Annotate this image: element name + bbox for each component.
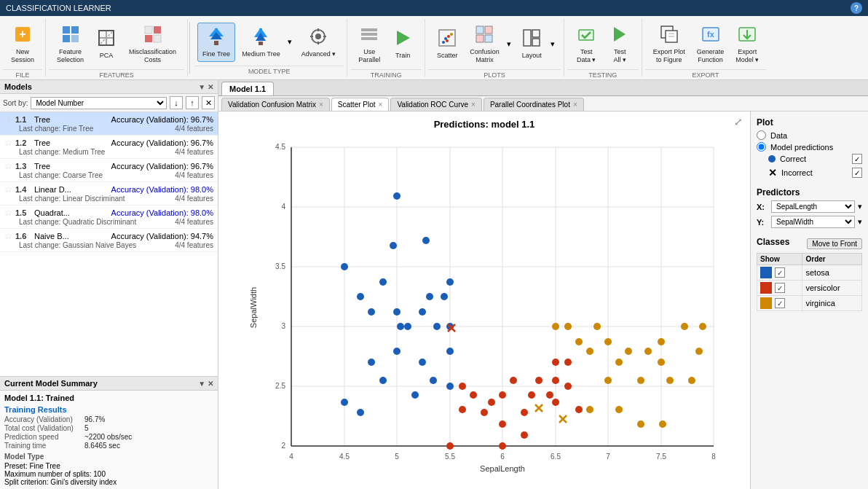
model-item-1-3[interactable]: ☆ 1.3 Tree Accuracy (Validation): 96.7% … bbox=[0, 159, 218, 182]
export-model-button[interactable]: ExportModel ▾ bbox=[730, 20, 763, 68]
svg-point-145 bbox=[658, 359, 665, 366]
medium-tree-button[interactable]: Medium Tree bbox=[237, 23, 285, 62]
svg-rect-28 bbox=[361, 28, 377, 31]
model-item-1-2[interactable]: ☆ 1.2 Tree Accuracy (Validation): 96.7% … bbox=[0, 136, 218, 159]
sort-asc-btn[interactable]: ↑ bbox=[186, 96, 199, 109]
left-sidebar: Models ▼ ✕ Sort by: Model Number Accurac… bbox=[0, 80, 218, 489]
misclassification-costs-button[interactable]: MisclassificationCosts bbox=[124, 20, 181, 68]
svg-text:fx: fx bbox=[707, 30, 715, 39]
medium-tree-dropdown[interactable]: ▾ bbox=[285, 23, 295, 62]
use-parallel-button[interactable]: UseParallel bbox=[353, 20, 385, 68]
svg-point-118 bbox=[499, 420, 506, 428]
help-icon[interactable]: ? bbox=[851, 2, 862, 14]
tab-parallel-close[interactable]: × bbox=[573, 101, 577, 109]
tab-scatter-plot[interactable]: Scatter Plot × bbox=[331, 98, 390, 111]
radio-model-predictions[interactable] bbox=[757, 142, 766, 152]
test-data-button[interactable]: TestData ▾ bbox=[570, 20, 602, 68]
delete-btn[interactable]: ✕ bbox=[202, 96, 215, 109]
current-model-summary: Current Model Summary ▼ ✕ Model 1.1: Tra… bbox=[0, 376, 218, 489]
tab-scatter-close[interactable]: × bbox=[379, 101, 383, 109]
toolbar-group-export: Export Plotto Figure fx GenerateFunction bbox=[642, 19, 770, 77]
tab-validation-confusion[interactable]: Validation Confusion Matrix × bbox=[221, 98, 330, 111]
split-criterion-line: Split criterion: Gini's diversity index bbox=[4, 478, 213, 486]
svg-point-138 bbox=[604, 338, 612, 345]
svg-point-140 bbox=[604, 377, 612, 384]
y-predictor-select[interactable]: SepalLength SepalWidth PetalLength Petal… bbox=[771, 216, 855, 228]
advanced-button[interactable]: Advanced ▾ bbox=[296, 23, 342, 62]
svg-point-134 bbox=[564, 323, 572, 330]
sort-select[interactable]: Model Number Accuracy Training Time bbox=[31, 97, 167, 109]
versicolor-checkbox[interactable]: ✓ bbox=[775, 283, 785, 293]
pca-button[interactable]: PCA bbox=[90, 24, 122, 63]
virginica-name: virginica bbox=[802, 296, 862, 311]
setosa-checkbox[interactable]: ✓ bbox=[775, 267, 785, 278]
model-item-1-1[interactable]: ☆ 1.1 Tree Accuracy (Validation): 96.7% … bbox=[0, 112, 218, 136]
point-virginica bbox=[552, 323, 559, 330]
prediction-speed-value: ~2200 obs/sec bbox=[84, 433, 132, 441]
scatter-expand-icon[interactable]: ⤢ bbox=[734, 116, 743, 128]
star-1-4[interactable]: ☆ bbox=[4, 184, 12, 195]
model-item-1-6[interactable]: ☆ 1.6 Naive B... Accuracy (Validation): … bbox=[0, 229, 218, 252]
train-button[interactable]: Train bbox=[387, 24, 419, 63]
svg-rect-30 bbox=[361, 37, 377, 40]
star-1-5[interactable]: ☆ bbox=[4, 208, 12, 218]
svg-point-151 bbox=[586, 406, 593, 413]
svg-rect-38 bbox=[476, 26, 484, 34]
prediction-speed-row: Prediction speed ~2200 obs/sec bbox=[4, 433, 213, 441]
sort-desc-btn[interactable]: ↓ bbox=[170, 96, 183, 109]
toolbar-buttons-file: + NewSession bbox=[3, 19, 42, 69]
virginica-color-box bbox=[760, 297, 772, 309]
svg-text:2.5: 2.5 bbox=[275, 382, 285, 390]
model-change-1-1: Last change: Fine Tree bbox=[19, 125, 93, 133]
star-1-2[interactable]: ☆ bbox=[4, 138, 12, 148]
scatter-button[interactable]: Scatter bbox=[431, 24, 463, 63]
move-to-front-button[interactable]: Move to Front bbox=[807, 238, 862, 249]
tab-val-conf-close[interactable]: × bbox=[319, 101, 323, 109]
model-change-1-4: Last change: Linear Discriminant bbox=[19, 195, 125, 203]
svg-point-36 bbox=[450, 33, 453, 36]
svg-text:4: 4 bbox=[281, 203, 285, 211]
tab-val-roc-close[interactable]: × bbox=[471, 101, 476, 109]
pca-label: PCA bbox=[100, 52, 114, 60]
incorrect-checkbox[interactable]: ✓ bbox=[852, 168, 862, 178]
model-tab-1-1[interactable]: Model 1.1 bbox=[221, 82, 274, 95]
models-collapse-btn[interactable]: ▼ ✕ bbox=[198, 83, 213, 91]
model-sub-1-6: Last change: Gaussian Naive Bayes 4/4 fe… bbox=[4, 241, 213, 249]
export-plot-button[interactable]: Export Plotto Figure bbox=[648, 20, 690, 68]
prediction-speed-key: Prediction speed bbox=[4, 433, 84, 441]
fine-tree-button[interactable]: Fine Tree bbox=[197, 23, 235, 62]
svg-point-129 bbox=[564, 359, 572, 366]
class-row-setosa: ✓ setosa bbox=[757, 265, 862, 281]
star-1-6[interactable]: ☆ bbox=[4, 231, 12, 241]
model-change-1-2: Last change: Medium Tree bbox=[19, 148, 105, 156]
confusion-matrix-button[interactable]: ConfusionMatrix bbox=[465, 20, 504, 68]
new-session-button[interactable]: + NewSession bbox=[6, 20, 39, 68]
tab-parallel-coords[interactable]: Parallel Coordinates Plot × bbox=[484, 98, 584, 111]
svg-point-125 bbox=[552, 399, 559, 406]
scatter-label: Scatter bbox=[437, 52, 458, 60]
test-all-button[interactable]: TestAll ▾ bbox=[604, 20, 636, 68]
svg-rect-21 bbox=[259, 42, 263, 45]
model-item-1-4[interactable]: ☆ 1.4 Linear D... Accuracy (Validation):… bbox=[0, 182, 218, 206]
svg-text:2: 2 bbox=[281, 442, 285, 450]
svg-point-144 bbox=[658, 338, 665, 345]
model-sub-1-1: Last change: Fine Tree 4/4 features bbox=[4, 125, 213, 133]
radio-data-row: Data bbox=[757, 130, 862, 140]
x-predictor-select[interactable]: SepalLength SepalWidth PetalLength Petal… bbox=[771, 200, 855, 213]
radio-data[interactable] bbox=[757, 130, 766, 140]
setosa-color-box bbox=[760, 267, 772, 278]
star-1-1[interactable]: ☆ bbox=[4, 114, 12, 125]
tab-validation-roc[interactable]: Validation ROC Curve × bbox=[390, 98, 481, 111]
svg-rect-2 bbox=[63, 26, 70, 34]
virginica-checkbox[interactable]: ✓ bbox=[775, 298, 785, 308]
layout-dropdown[interactable]: ▾ bbox=[548, 24, 558, 63]
summary-collapse-btn[interactable]: ▼ ✕ bbox=[198, 380, 213, 388]
virginica-show-cell: ✓ bbox=[760, 297, 799, 309]
star-1-3[interactable]: ☆ bbox=[4, 161, 12, 171]
model-item-1-5[interactable]: ☆ 1.5 Quadrat... Accuracy (Validation): … bbox=[0, 206, 218, 229]
feature-selection-button[interactable]: FeatureSelection bbox=[52, 20, 89, 68]
layout-button[interactable]: Layout bbox=[516, 24, 548, 63]
generate-function-button[interactable]: fx GenerateFunction bbox=[692, 20, 730, 68]
correct-checkbox[interactable]: ✓ bbox=[852, 154, 862, 164]
confusion-dropdown[interactable]: ▾ bbox=[504, 20, 514, 68]
